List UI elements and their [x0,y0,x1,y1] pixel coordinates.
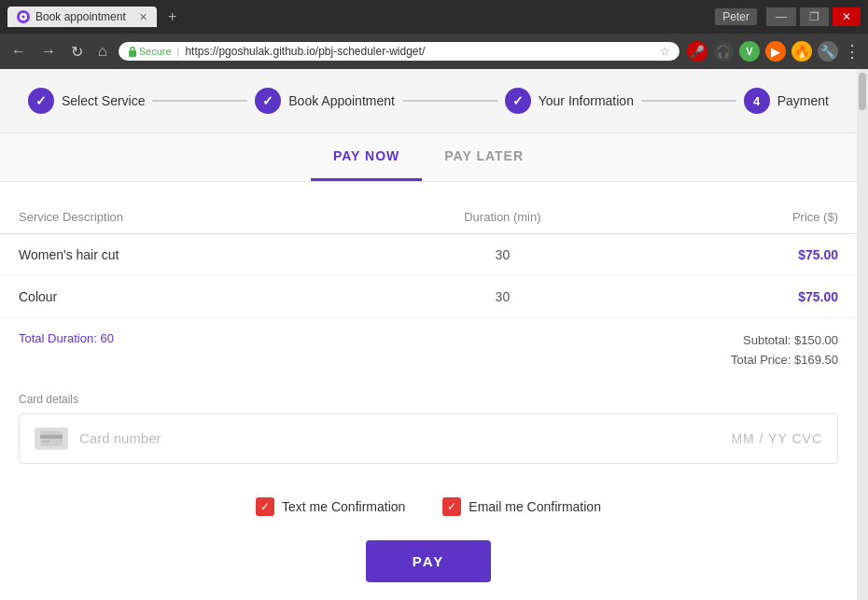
step2-circle: ✓ [255,88,281,114]
text-confirmation-checkbox[interactable]: ✓ [256,497,274,516]
browser-toolbar: ← → ↻ ⌂ Secure | https://pgoshulak.githu… [0,34,868,69]
total-price: Total Price: $169.50 [731,351,838,370]
service-duration-2: 30 [358,276,647,318]
browser-titlebar: Book appointment ✕ + Peter — ❐ ✕ [0,0,868,34]
col-header-duration: Duration (min) [358,201,647,234]
step3-circle: ✓ [505,88,531,114]
page-wrapper: ✓ Select Service ✓ Book Appointment ✓ [0,69,868,600]
step4-circle: 4 [744,88,770,114]
mic-icon[interactable]: 🎤 [687,41,707,62]
card-icon [35,427,68,450]
card-input-row[interactable]: Card number MM / YY CVC [19,413,838,464]
email-confirmation-item: ✓ Email me Confirmation [442,497,601,516]
address-bar[interactable]: Secure | https://pgoshulak.github.io/pbj… [119,42,679,61]
headphones-icon[interactable]: 🎧 [713,41,734,62]
total-prices: Subtotal: $150.00 Total Price: $169.50 [731,331,838,370]
tab-title: Book appointment [35,10,126,23]
minimize-button[interactable]: — [766,7,796,26]
back-button[interactable]: ← [7,41,30,62]
extension4-icon[interactable]: 🔧 [818,41,838,62]
forward-button[interactable]: → [37,41,60,62]
tab-pay-now[interactable]: PAY NOW [311,133,422,181]
toolbar-icons: 🎤 🎧 V ▶ 🔥 🔧 ⋮ [687,41,861,62]
card-expiry-cvc: MM / YY CVC [731,431,822,446]
tabs-bar: PAY NOW PAY LATER [0,133,857,182]
tab-favicon [17,10,30,23]
pay-button[interactable]: PAY [366,540,491,582]
step-line-1 [152,100,247,102]
browser-chrome: Book appointment ✕ + Peter — ❐ ✕ ← → ↻ ⌂… [0,0,868,69]
step2-label: Book Appointment [288,93,395,108]
svg-rect-4 [42,440,49,442]
svg-rect-1 [129,50,136,57]
card-section-label: Card details [19,393,838,406]
text-confirmation-item: ✓ Text me Confirmation [256,497,405,516]
page-content: ✓ Select Service ✓ Book Appointment ✓ [0,69,857,600]
extension3-icon[interactable]: 🔥 [791,41,812,62]
service-name-1: Women's hair cut [0,234,358,276]
steps-bar: ✓ Select Service ✓ Book Appointment ✓ [0,69,857,133]
service-price-2: $75.00 [647,276,857,318]
card-section: Card details Card number MM / YY CVC [0,384,857,482]
new-tab-button[interactable]: + [162,7,182,27]
email-confirmation-checkbox[interactable]: ✓ [442,497,461,516]
services-table: Service Description Duration (min) Price… [0,201,857,318]
refresh-button[interactable]: ↻ [67,41,87,63]
extension1-icon[interactable]: V [739,41,760,62]
totals-row: Total Duration: 60 Subtotal: $150.00 Tot… [0,318,857,384]
text-confirmation-label: Text me Confirmation [282,499,405,514]
card-number-placeholder: Card number [79,430,161,446]
scrollbar-thumb[interactable] [859,73,866,110]
service-price-1: $75.00 [647,234,857,276]
step1-label: Select Service [62,93,145,108]
step3-label: Your Information [539,93,634,108]
restore-button[interactable]: ❐ [800,7,829,26]
pay-btn-row: PAY [0,531,857,600]
card-input-left: Card number [35,427,161,450]
tab-pay-later[interactable]: PAY LATER [422,133,546,181]
table-row: Women's hair cut 30 $75.00 [0,234,857,276]
step-payment[interactable]: 4 Payment [744,88,829,114]
step4-number: 4 [753,94,760,108]
bookmark-icon[interactable]: ☆ [660,45,670,58]
step4-label: Payment [777,93,829,108]
total-duration: Total Duration: 60 [19,331,114,345]
service-name-2: Colour [0,276,358,318]
browser-tab[interactable]: Book appointment ✕ [7,7,157,27]
step1-circle: ✓ [28,88,54,114]
home-button[interactable]: ⌂ [94,41,111,62]
confirmation-row: ✓ Text me Confirmation ✓ Email me Confir… [0,482,857,531]
scrollbar[interactable] [857,69,868,600]
close-tab-button[interactable]: ✕ [139,11,147,23]
step-book-appointment[interactable]: ✓ Book Appointment [255,88,395,114]
email-confirmation-label: Email me Confirmation [469,499,601,514]
table-row: Colour 30 $75.00 [0,276,857,318]
svg-rect-3 [40,435,63,439]
browser-menu-button[interactable]: ⋮ [844,41,861,62]
col-header-price: Price ($) [647,201,857,234]
step-select-service[interactable]: ✓ Select Service [28,88,145,114]
url-text: https://pgoshulak.github.io/pbj-schedule… [185,45,425,58]
service-duration-1: 30 [358,234,647,276]
step-line-3 [641,100,736,102]
user-badge: Peter [715,8,757,25]
step-line-2 [402,100,497,102]
secure-badge: Secure [128,46,172,57]
extension2-icon[interactable]: ▶ [765,41,786,62]
step-your-information[interactable]: ✓ Your Information [505,88,634,114]
close-button[interactable]: ✕ [833,7,861,26]
app-container: ✓ Select Service ✓ Book Appointment ✓ [0,69,857,600]
col-header-service: Service Description [0,201,358,234]
subtotal: Subtotal: $150.00 [731,331,838,351]
